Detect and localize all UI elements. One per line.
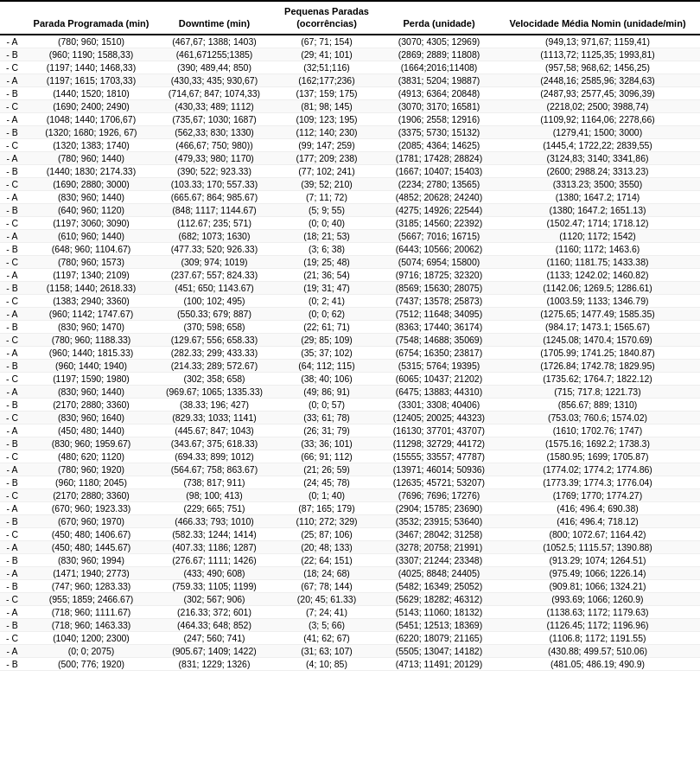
table-cell: (7548; 14688; 35069) (383, 333, 495, 346)
table-cell: - B (0, 437, 24, 450)
table-cell: (25; 87; 106) (270, 527, 383, 540)
table-cell: (450; 480; 1440) (24, 424, 158, 437)
table-cell: (282.33; 299; 433.33) (158, 346, 270, 359)
table-cell: (370; 598; 658) (158, 320, 270, 333)
table-cell: (682; 1073; 1630) (158, 229, 270, 242)
table-cell: (1610; 1702.76; 1747) (495, 424, 700, 437)
table-cell: (433; 490; 608) (158, 566, 270, 579)
table-cell: (302; 567; 906) (158, 592, 270, 605)
table-cell: (41; 62; 67) (270, 631, 383, 644)
table-row: - B(747; 960; 1283.33)(759.33; 1105; 119… (0, 579, 700, 592)
table-cell: (830; 960; 1440) (24, 385, 158, 398)
table-cell: - C (0, 450, 24, 463)
table-cell: (830; 960; 1440) (24, 190, 158, 203)
col-header-downtime: Downtime (min) (158, 1, 270, 35)
col-header-pequenas: Pequenas Paradas (ocorrências) (270, 1, 383, 35)
table-cell: - C (0, 527, 24, 540)
table-cell: - C (0, 488, 24, 501)
table-cell: (640; 960; 1120) (24, 203, 158, 216)
table-cell: (67; 78; 144) (270, 579, 383, 592)
table-cell: (0; 0; 40) (270, 216, 383, 229)
table-row: - C(780; 960; 1188.33)(129.67; 556; 658.… (0, 333, 700, 346)
table-cell: (32;51;116) (270, 61, 383, 73)
table-cell: (21; 26; 59) (270, 463, 383, 476)
table-cell: (1245.08; 1470.4; 1570.69) (495, 333, 700, 346)
table-cell: (430,33; 435; 930,67) (158, 73, 270, 86)
table-cell: (31; 63; 107) (270, 644, 383, 657)
table-cell: (5505; 13047; 14182) (383, 644, 495, 657)
table-cell: (2600; 2988.24; 3313.23) (495, 164, 700, 177)
table-cell: (1279,41; 1500; 3000) (495, 125, 700, 138)
table-row: - A(780; 960; 1440)(479,33; 980; 1170)(1… (0, 151, 700, 164)
col-header-perda: Perda (unidade) (383, 1, 495, 35)
table-cell: (477.33; 520; 926.33) (158, 242, 270, 255)
table-cell: (33; 36; 101) (270, 437, 383, 450)
table-cell: (33; 61; 78) (270, 411, 383, 424)
table-row: - B(640; 960; 1120)(848; 1117; 1144.67)(… (0, 203, 700, 216)
table-cell: (35; 37; 102) (270, 346, 383, 359)
table-row: - B(500; 776; 1920)(831; 1229; 1326)(4; … (0, 657, 700, 670)
table-row: - A(1197; 1615; 1703,33)(430,33; 435; 93… (0, 73, 700, 86)
table-cell: (77; 102; 241) (270, 164, 383, 177)
table-cell: (5315; 5764; 19395) (383, 359, 495, 372)
table-cell: (960; 1190; 1588,33) (24, 48, 158, 61)
table-cell: (229; 665; 751) (158, 501, 270, 514)
table-cell: (481.05; 486.19; 490.9) (495, 657, 700, 670)
col-header-id (0, 1, 24, 35)
table-cell: (99; 147; 259) (270, 138, 383, 151)
table-cell: - B (0, 48, 24, 61)
table-cell: (1380; 1647.2; 1651.13) (495, 203, 700, 216)
table-cell: (7; 11; 72) (270, 190, 383, 203)
table-cell: (7696; 7696; 17276) (383, 488, 495, 501)
table-cell: (1197; 1440; 1468,33) (24, 61, 158, 73)
table-row: - C(780; 960; 1573)(309; 974; 1019)(19; … (0, 255, 700, 268)
table-cell: (3070; 3170; 16581) (383, 99, 495, 112)
table-cell: (715; 717.8; 1221.73) (495, 385, 700, 398)
table-row: - B(960; 1190; 1588,33)(461,671255;1385)… (0, 48, 700, 61)
table-cell: (67; 71; 154) (270, 35, 383, 48)
table-cell: (1690; 2400; 2490) (24, 99, 158, 112)
table-cell: (19; 25; 48) (270, 255, 383, 268)
table-cell: (960; 1440; 1940) (24, 359, 158, 372)
table-row: - C(1320; 1383; 1740)(466,67; 750; 980))… (0, 138, 700, 151)
table-cell: (1040; 1200; 2300) (24, 631, 158, 644)
table-row: - C(1040; 1200; 2300)(247; 560; 741)(41;… (0, 631, 700, 644)
table-cell: (430,33; 489; 1112) (158, 99, 270, 112)
table-cell: (3313.23; 3500; 3550) (495, 177, 700, 190)
table-cell: (177; 209; 238) (270, 151, 383, 164)
table-cell: (2448,16; 2585,96; 3284,63) (495, 73, 700, 86)
table-cell: - B (0, 125, 24, 138)
table-cell: (38.33; 196; 427) (158, 398, 270, 411)
table-cell: (3307; 21244; 23348) (383, 553, 495, 566)
table-cell: (4713; 11491; 20129) (383, 657, 495, 670)
table-cell: (3070; 4305; 12969) (383, 35, 495, 48)
table-cell: (829.33; 1033; 1141) (158, 411, 270, 424)
table-cell: (747; 960; 1283.33) (24, 579, 158, 592)
table-cell: (1138.63; 1172; 1179.63) (495, 605, 700, 618)
table-cell: - C (0, 592, 24, 605)
table-cell: (15555; 33557; 47787) (383, 450, 495, 463)
table-row: - C(2170; 2880; 3360)(98; 100; 413)(0; 1… (0, 488, 700, 501)
table-cell: (1320; 1383; 1740) (24, 138, 158, 151)
table-cell: (3831; 5204; 19887) (383, 73, 495, 86)
table-cell: - A (0, 112, 24, 125)
table-cell: (1106.8; 1172; 1191.55) (495, 631, 700, 644)
table-cell: (390; 489,44; 850) (158, 61, 270, 73)
table-cell: (905.67; 1409; 1422) (158, 644, 270, 657)
table-cell: (39; 52; 210) (270, 177, 383, 190)
table-cell: (500; 776; 1920) (24, 657, 158, 670)
table-cell: (112.67; 235; 571) (158, 216, 270, 229)
table-cell: (3301; 3308; 40406) (383, 398, 495, 411)
table-row: - A(1471; 1940; 2773)(433; 490; 608)(18;… (0, 566, 700, 579)
table-cell: (1726.84; 1742.78; 1829.95) (495, 359, 700, 372)
table-cell: (26; 31; 79) (270, 424, 383, 437)
table-cell: - A (0, 35, 24, 48)
table-cell: (1126.45; 1172; 1196.96) (495, 618, 700, 631)
table-cell: - A (0, 463, 24, 476)
table-cell: (1906; 2558; 12916) (383, 112, 495, 125)
table-cell: (2869; 2889; 11808) (383, 48, 495, 61)
table-cell: (975.49; 1066; 1226.14) (495, 566, 700, 579)
table-cell: (466.33; 793; 1010) (158, 514, 270, 527)
table-row: - A(960; 1440; 1815.33)(282.33; 299; 433… (0, 346, 700, 359)
table-cell: (480; 620; 1120) (24, 450, 158, 463)
